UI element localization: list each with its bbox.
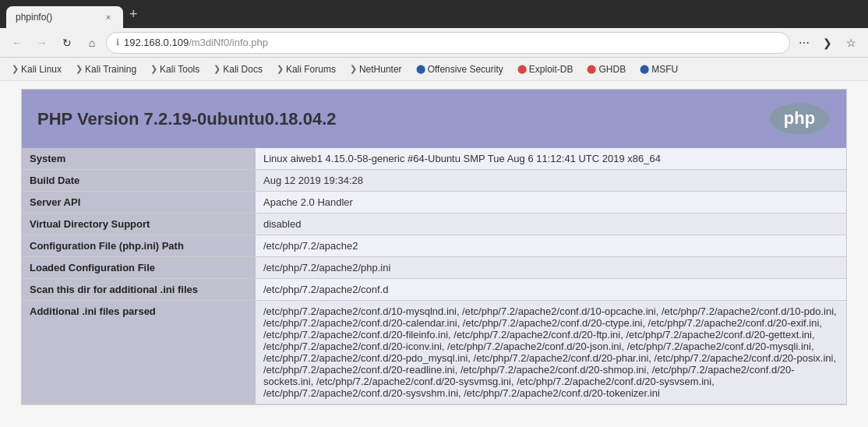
- table-row: Server APIApache 2.0 Handler: [22, 192, 846, 214]
- address-path: /m3diNf0/info.php: [189, 37, 268, 48]
- phpinfo-table: SystemLinux aiweb1 4.15.0-58-generic #64…: [22, 148, 846, 404]
- back-button[interactable]: ←: [6, 32, 28, 54]
- table-row: Additional .ini files parsed/etc/php/7.2…: [22, 301, 846, 404]
- table-row: Loaded Configuration File/etc/php/7.2/ap…: [22, 257, 846, 279]
- bookmarks-bar: ❯ Kali Linux ❯ Kali Training ❯ Kali Tool…: [0, 58, 868, 81]
- bookmark-msfu-label: MSFU: [651, 64, 678, 75]
- bookmark-kali-training[interactable]: ❯ Kali Training: [70, 62, 142, 77]
- bookmark-button[interactable]: ☆: [840, 32, 862, 54]
- bookmark-kali-training-label: Kali Training: [85, 64, 136, 75]
- pocket-button[interactable]: ❯: [817, 32, 838, 54]
- php-logo: php: [768, 101, 831, 136]
- table-row: Configuration File (php.ini) Path/etc/ph…: [22, 235, 846, 257]
- phpinfo-title: PHP Version 7.2.19-0ubuntu0.18.04.2: [37, 109, 337, 129]
- row-label: System: [22, 148, 256, 170]
- phpinfo-container: PHP Version 7.2.19-0ubuntu0.18.04.2 php …: [21, 89, 847, 405]
- menu-button[interactable]: ⋯: [793, 32, 815, 54]
- row-label: Additional .ini files parsed: [22, 301, 256, 404]
- titlebar: phpinfo() × +: [0, 0, 868, 28]
- row-label: Scan this dir for additional .ini files: [22, 279, 256, 301]
- bookmark-kali-forums-label: Kali Forums: [286, 64, 336, 75]
- address-domain: 192.168.0.109: [124, 37, 189, 48]
- bookmark-ghdb[interactable]: ⬤ GHDB: [581, 62, 631, 77]
- bookmark-kali-training-icon: ❯: [76, 64, 83, 74]
- row-label: Build Date: [22, 170, 256, 192]
- forward-button[interactable]: →: [31, 32, 53, 54]
- tab-title: phpinfo(): [16, 12, 52, 23]
- bookmark-exploit-db-icon: ⬤: [517, 64, 527, 74]
- table-row: Virtual Directory Supportdisabled: [22, 214, 846, 235]
- row-value: /etc/php/7.2/apache2/conf.d: [256, 279, 846, 301]
- table-row: SystemLinux aiweb1 4.15.0-58-generic #64…: [22, 148, 846, 170]
- bookmark-kali-linux[interactable]: ❯ Kali Linux: [6, 62, 67, 77]
- bookmark-msfu-icon: ⬤: [640, 64, 649, 74]
- bookmark-kali-tools-label: Kali Tools: [160, 64, 199, 75]
- row-value: Aug 12 2019 19:34:28: [256, 170, 846, 192]
- address-text: 192.168.0.109/m3diNf0/info.php: [124, 37, 780, 48]
- page-content: PHP Version 7.2.19-0ubuntu0.18.04.2 php …: [0, 81, 868, 427]
- bookmark-kali-docs-label: Kali Docs: [223, 64, 263, 75]
- phpinfo-header: PHP Version 7.2.19-0ubuntu0.18.04.2 php: [22, 90, 846, 148]
- bookmark-nethunter[interactable]: ❯ NetHunter: [344, 62, 408, 77]
- bookmark-exploit-db-label: Exploit-DB: [529, 64, 573, 75]
- row-label: Virtual Directory Support: [22, 214, 256, 235]
- refresh-button[interactable]: ↻: [56, 32, 78, 54]
- bookmark-exploit-db[interactable]: ⬤ Exploit-DB: [512, 62, 579, 77]
- bookmark-msfu[interactable]: ⬤ MSFU: [634, 62, 683, 77]
- new-tab-button[interactable]: +: [123, 0, 144, 28]
- bookmark-kali-linux-label: Kali Linux: [21, 64, 62, 75]
- row-value: /etc/php/7.2/apache2: [256, 235, 846, 257]
- bookmark-kali-docs[interactable]: ❯ Kali Docs: [208, 62, 268, 77]
- bookmark-kali-tools[interactable]: ❯ Kali Tools: [145, 62, 205, 77]
- row-label: Loaded Configuration File: [22, 257, 256, 279]
- tab-close-button[interactable]: ×: [103, 12, 114, 23]
- navigation-bar: ← → ↻ ⌂ ℹ 192.168.0.109/m3diNf0/info.php…: [0, 28, 868, 58]
- table-row: Scan this dir for additional .ini files/…: [22, 279, 846, 301]
- tab-bar: phpinfo() × +: [6, 0, 144, 28]
- bookmark-nethunter-icon: ❯: [350, 64, 357, 74]
- row-value: Linux aiweb1 4.15.0-58-generic #64-Ubunt…: [256, 148, 846, 170]
- row-value: /etc/php/7.2/apache2/php.ini: [256, 257, 846, 279]
- bookmark-ghdb-label: GHDB: [598, 64, 626, 75]
- bookmark-kali-forums[interactable]: ❯ Kali Forums: [271, 62, 341, 77]
- table-row: Build DateAug 12 2019 19:34:28: [22, 170, 846, 192]
- home-button[interactable]: ⌂: [81, 32, 103, 54]
- bookmark-kali-docs-icon: ❯: [213, 64, 221, 74]
- row-value: Apache 2.0 Handler: [256, 192, 846, 214]
- bookmark-nethunter-label: NetHunter: [359, 64, 402, 75]
- bookmark-offensive-security-icon: ⬤: [416, 64, 425, 74]
- bookmark-offensive-security-label: Offensive Security: [428, 64, 503, 75]
- row-label: Configuration File (php.ini) Path: [22, 235, 256, 257]
- row-label: Server API: [22, 192, 256, 214]
- active-tab[interactable]: phpinfo() ×: [6, 6, 123, 28]
- svg-text:php: php: [784, 108, 815, 128]
- bookmark-kali-linux-icon: ❯: [12, 64, 19, 74]
- row-value: /etc/php/7.2/apache2/conf.d/10-mysqlnd.i…: [256, 301, 846, 404]
- bookmark-kali-tools-icon: ❯: [150, 64, 157, 74]
- nav-actions: ⋯ ❯ ☆: [793, 32, 862, 54]
- bookmark-ghdb-icon: ⬤: [587, 64, 596, 74]
- address-bar[interactable]: ℹ 192.168.0.109/m3diNf0/info.php: [106, 32, 790, 54]
- bookmark-offensive-security[interactable]: ⬤ Offensive Security: [411, 62, 509, 77]
- bookmark-kali-forums-icon: ❯: [277, 64, 284, 74]
- row-value: disabled: [256, 214, 846, 235]
- security-icon: ℹ: [116, 37, 119, 48]
